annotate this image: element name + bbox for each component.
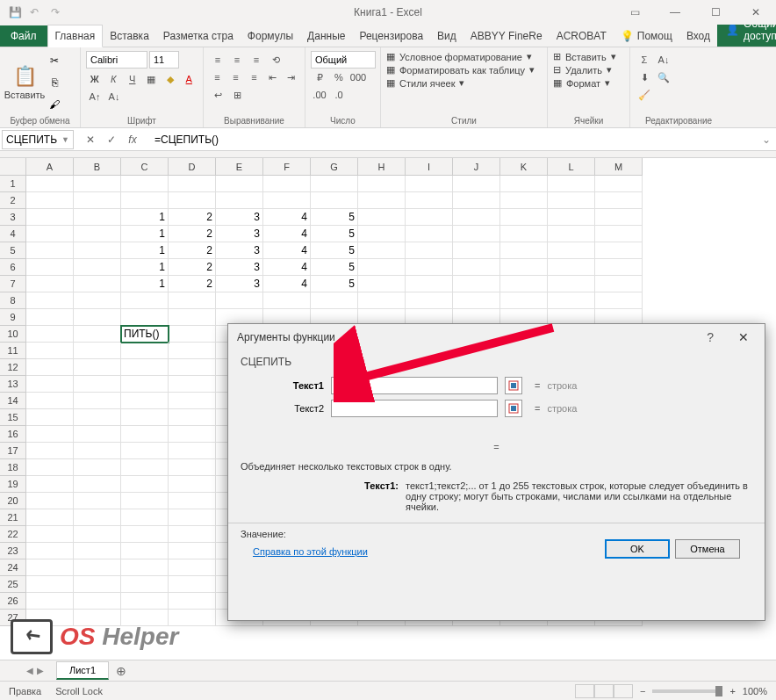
cell[interactable] (74, 509, 121, 526)
add-sheet-icon[interactable]: ⊕ (112, 662, 130, 680)
ribbon-options-icon[interactable]: ▭ (614, 0, 655, 25)
cell[interactable] (595, 209, 643, 226)
cell[interactable] (121, 543, 169, 559)
cell[interactable] (26, 559, 74, 576)
cell[interactable]: ПИТЬ() (121, 326, 169, 343)
cell[interactable] (74, 576, 121, 593)
column-header[interactable]: K (500, 158, 548, 176)
cell[interactable] (121, 509, 169, 526)
cell[interactable] (121, 409, 169, 426)
row-header[interactable]: 5 (0, 242, 26, 259)
zoom-slider[interactable] (652, 689, 722, 693)
zoom-out-icon[interactable]: − (640, 686, 645, 696)
cell[interactable] (26, 576, 74, 593)
cell[interactable] (311, 176, 358, 192)
cell[interactable] (121, 459, 169, 476)
cell[interactable] (453, 259, 500, 276)
cell[interactable] (358, 192, 406, 209)
row-header[interactable]: 9 (0, 309, 26, 326)
cell[interactable]: 1 (121, 209, 169, 226)
cell[interactable] (263, 292, 311, 309)
cell[interactable] (500, 209, 548, 226)
cell[interactable] (121, 192, 169, 209)
tab-insert[interactable]: Вставка (103, 25, 156, 47)
comma-icon[interactable]: 000 (349, 69, 367, 86)
cell[interactable] (74, 343, 121, 359)
cell[interactable] (169, 593, 216, 610)
cell[interactable] (26, 359, 74, 376)
row-header[interactable]: 19 (0, 476, 26, 493)
cell[interactable] (500, 292, 548, 309)
cell[interactable] (406, 226, 453, 242)
cell[interactable] (26, 493, 74, 509)
cell[interactable] (74, 209, 121, 226)
cell[interactable] (169, 376, 216, 393)
cell[interactable]: 1 (121, 226, 169, 242)
underline-icon[interactable]: Ч (124, 70, 141, 88)
cell[interactable] (358, 209, 406, 226)
arg-input-1[interactable] (331, 377, 498, 394)
expand-formula-bar-icon[interactable]: ⌄ (758, 134, 774, 146)
wrap-text-icon[interactable]: ↩ (209, 86, 226, 104)
enter-formula-icon[interactable]: ✓ (104, 132, 119, 148)
range-selector-icon[interactable] (505, 400, 522, 417)
cell[interactable] (26, 209, 74, 226)
save-icon[interactable]: 💾 (9, 6, 21, 18)
cell[interactable] (595, 242, 643, 259)
cell[interactable] (548, 292, 595, 309)
row-header[interactable]: 23 (0, 543, 26, 559)
cell[interactable] (595, 226, 643, 242)
cell[interactable] (169, 409, 216, 426)
cell[interactable] (595, 276, 643, 292)
cell[interactable] (74, 409, 121, 426)
cell[interactable] (121, 343, 169, 359)
tab-review[interactable]: Рецензирова (352, 25, 430, 47)
cell[interactable] (406, 192, 453, 209)
dialog-help-icon[interactable]: ? (700, 327, 721, 348)
cell[interactable] (358, 276, 406, 292)
cell[interactable] (74, 476, 121, 493)
cell[interactable] (74, 543, 121, 559)
cell[interactable] (74, 176, 121, 192)
cell[interactable]: 5 (311, 209, 358, 226)
cell[interactable] (548, 192, 595, 209)
fill-color-icon[interactable]: ◆ (162, 70, 179, 88)
row-header[interactable]: 26 (0, 593, 26, 610)
cell[interactable] (74, 426, 121, 443)
cell[interactable] (26, 276, 74, 292)
cell[interactable] (453, 292, 500, 309)
cell[interactable]: 3 (216, 209, 263, 226)
cell[interactable]: 2 (169, 276, 216, 292)
tab-acrobat[interactable]: ACROBAT (550, 25, 614, 47)
cell[interactable]: 3 (216, 276, 263, 292)
cell[interactable] (169, 493, 216, 509)
cell[interactable] (169, 309, 216, 326)
redo-icon[interactable]: ↷ (51, 6, 63, 18)
cell[interactable] (26, 176, 74, 192)
border-icon[interactable]: ▦ (143, 70, 161, 88)
row-header[interactable]: 8 (0, 292, 26, 309)
insert-cells-button[interactable]: ⊞Вставить▾ (553, 51, 624, 62)
page-break-view-icon[interactable] (614, 684, 633, 698)
cell[interactable] (595, 259, 643, 276)
cell[interactable]: 3 (216, 242, 263, 259)
cell[interactable] (26, 292, 74, 309)
cell[interactable] (406, 242, 453, 259)
cell[interactable] (74, 593, 121, 610)
cell[interactable] (169, 359, 216, 376)
row-header[interactable]: 22 (0, 526, 26, 543)
row-header[interactable]: 24 (0, 559, 26, 576)
cell[interactable] (453, 192, 500, 209)
cell[interactable] (74, 292, 121, 309)
number-format-select[interactable] (311, 51, 376, 69)
cell[interactable] (169, 292, 216, 309)
row-header[interactable]: 25 (0, 576, 26, 593)
cell[interactable] (358, 292, 406, 309)
cell[interactable] (74, 309, 121, 326)
cell[interactable] (263, 176, 311, 192)
row-header[interactable]: 12 (0, 359, 26, 376)
increase-font-icon[interactable]: A↑ (86, 88, 104, 105)
autosum-icon[interactable]: Σ (636, 51, 653, 69)
cell[interactable] (169, 176, 216, 192)
cell[interactable] (26, 343, 74, 359)
